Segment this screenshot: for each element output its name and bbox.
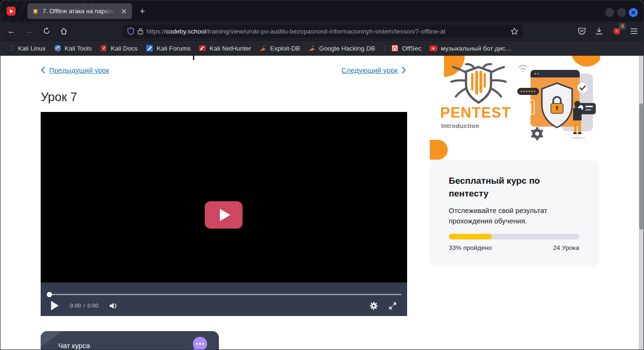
extension-badge: 4 xyxy=(619,23,626,30)
bookmark-kali-nethunter[interactable]: Kali NetHunter xyxy=(199,44,251,52)
bookmark-kali-docs[interactable]: Kali Docs xyxy=(100,44,138,52)
pocket-icon[interactable] xyxy=(577,26,586,36)
settings-gear-icon[interactable] xyxy=(369,301,378,310)
new-tab-button[interactable]: + xyxy=(137,6,148,17)
exploit-db-bird-icon xyxy=(259,44,267,52)
lock-icon[interactable] xyxy=(138,28,143,34)
pentest-spider-logo xyxy=(448,62,509,105)
card-title: Бесплатный курс по пентесту xyxy=(449,175,581,200)
course-progress-card: Бесплатный курс по пентесту Отслеживайте… xyxy=(430,160,599,266)
video-screen[interactable] xyxy=(41,112,407,282)
kali-dragon-icon xyxy=(7,44,15,52)
play-button[interactable] xyxy=(51,301,59,310)
previous-lesson-link[interactable]: Предыдущий урок xyxy=(41,66,109,74)
bookmark-kali-linux[interactable]: Kali Linux xyxy=(7,44,46,52)
bookmark-music-bot[interactable]: музыкальный бот дис… xyxy=(429,45,512,52)
orange-decoration xyxy=(430,140,448,160)
banner-brand: PENTEST xyxy=(440,104,511,121)
home-icon[interactable] xyxy=(57,25,70,38)
lessons-count-label: 24 Урока xyxy=(553,244,579,251)
chevron-left-icon xyxy=(41,67,45,74)
tab-close-icon[interactable] xyxy=(120,8,128,15)
url-text: https://codeby.school/training/view/urok… xyxy=(147,28,507,35)
volume-icon[interactable] xyxy=(109,301,118,310)
tracking-shield-icon[interactable] xyxy=(127,27,134,35)
youtube-icon[interactable] xyxy=(7,7,16,16)
lesson-navigation: Предыдущий урок Следующий урок xyxy=(41,66,406,74)
course-progress-fill xyxy=(449,234,492,239)
next-lesson-link[interactable]: Следующий урок xyxy=(341,66,406,74)
big-play-button[interactable] xyxy=(205,201,243,229)
back-button[interactable]: ← xyxy=(5,25,18,38)
lesson-title: Урок 7 xyxy=(41,90,77,104)
time-display: 0:00 / 0:00 xyxy=(70,303,98,308)
bookmarks-separator xyxy=(385,44,385,52)
browser-window: 7. Offline атака на пароли + ← → xyxy=(0,0,644,350)
bookmark-offsec[interactable]: OffSec xyxy=(391,44,421,52)
video-player: 0:00 / 0:00 xyxy=(41,112,407,316)
maximize-button[interactable] xyxy=(617,8,626,17)
codeby-owl-favicon xyxy=(32,8,39,15)
forward-button[interactable]: → xyxy=(22,25,35,38)
kali-forums-icon xyxy=(146,44,153,52)
bookmarks-bar: Kali Linux Kali Tools Kali Docs Kali For… xyxy=(0,41,644,56)
url-bar[interactable]: https://codeby.school/training/view/urok… xyxy=(122,25,523,38)
kali-docs-icon xyxy=(100,44,107,52)
clipped-text-artifact xyxy=(193,56,194,60)
extension-icon[interactable]: 4 xyxy=(612,26,621,36)
course-banner: PENTEST Introduction xyxy=(430,56,600,160)
player-controls: 0:00 / 0:00 xyxy=(41,282,407,316)
titlebar: 7. Offline атака на пароли + xyxy=(0,0,644,22)
kali-nethunter-icon xyxy=(199,44,206,52)
downloads-icon[interactable] xyxy=(594,26,604,36)
close-button[interactable] xyxy=(629,8,638,17)
page-content: Предыдущий урок Следующий урок Урок 7 0:… xyxy=(0,56,644,350)
offsec-icon xyxy=(391,44,399,52)
scrollbar-thumb[interactable] xyxy=(639,103,643,230)
youtube-icon xyxy=(429,45,437,51)
bookmark-google-hacking-db[interactable]: Google Hacking DB xyxy=(308,44,375,52)
play-icon xyxy=(220,209,230,221)
bookmark-kali-forums[interactable]: Kali Forums xyxy=(146,44,191,52)
bookmark-kali-tools[interactable]: Kali Tools xyxy=(54,44,92,52)
card-description: Отслеживайте свой результат прохождения … xyxy=(449,205,586,226)
fullscreen-icon[interactable] xyxy=(389,302,397,310)
course-progress-bar xyxy=(449,234,579,239)
bookmark-star-icon[interactable] xyxy=(511,27,518,35)
banner-subtitle: Introduction xyxy=(441,122,479,129)
progress-percent-label: 33% пройдено xyxy=(449,244,492,251)
chevron-right-icon xyxy=(401,67,406,74)
bookmark-exploit-db[interactable]: Exploit-DB xyxy=(259,44,300,52)
kali-tools-icon xyxy=(54,44,61,52)
menu-icon[interactable] xyxy=(629,26,639,36)
scrollbar-track[interactable] xyxy=(639,56,644,350)
browser-tab[interactable]: 7. Offline атака на пароли xyxy=(27,3,132,19)
ghdb-bird-icon xyxy=(308,44,316,52)
tab-title: 7. Offline атака на пароли xyxy=(43,8,117,15)
chat-bubble-icon[interactable] xyxy=(193,337,207,350)
minimize-button[interactable] xyxy=(605,8,614,17)
course-banner-illustration xyxy=(516,60,598,145)
chat-title: Чат курса xyxy=(58,341,90,350)
reload-icon[interactable] xyxy=(40,25,53,38)
course-chat-panel[interactable]: Чат курса xyxy=(41,331,219,350)
nav-toolbar: ← → https://codeby.school/training/view/… xyxy=(0,22,644,41)
